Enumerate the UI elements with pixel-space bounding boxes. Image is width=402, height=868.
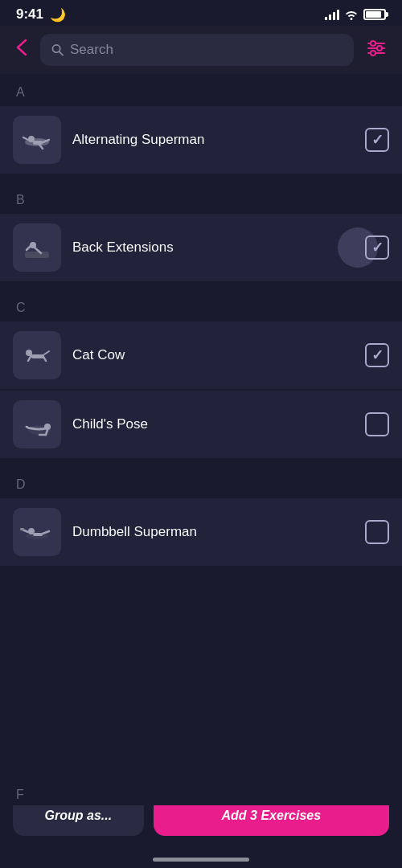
- section-header-f: F: [0, 783, 402, 805]
- exercise-name-cat-cow: Cat Cow: [72, 347, 354, 363]
- exercise-name-alternating-superman: Alternating Superman: [72, 132, 354, 148]
- exercise-item-alternating-superman[interactable]: Alternating Superman ✓: [0, 106, 402, 174]
- exercise-thumbnail-alternating-superman: [13, 116, 61, 164]
- section-header-a: A: [0, 74, 402, 106]
- checkbox-back-extensions[interactable]: ✓: [365, 235, 389, 260]
- back-button[interactable]: [13, 35, 31, 64]
- search-icon: [51, 43, 64, 56]
- svg-line-20: [28, 355, 31, 361]
- header: [0, 26, 402, 74]
- checkbox-childs-pose[interactable]: [365, 412, 389, 436]
- battery-icon: [363, 9, 386, 20]
- svg-line-11: [23, 137, 28, 140]
- section-letter-f: F: [16, 788, 24, 801]
- svg-rect-14: [25, 252, 49, 258]
- exercise-item-dumbbell-superman[interactable]: Dumbbell Superman: [0, 498, 402, 566]
- exercise-name-dumbbell-superman: Dumbbell Superman: [72, 524, 354, 540]
- svg-line-21: [43, 355, 46, 361]
- svg-rect-10: [33, 141, 43, 145]
- wifi-icon: [344, 9, 359, 20]
- svg-line-22: [44, 351, 49, 354]
- svg-line-17: [27, 245, 31, 250]
- section-header-c: C: [0, 289, 402, 321]
- section-letter-b: B: [16, 193, 25, 207]
- exercise-item-back-extensions[interactable]: Back Extensions ✓: [0, 214, 402, 281]
- search-bar[interactable]: [40, 34, 354, 66]
- checkbox-dumbbell-superman[interactable]: [365, 520, 389, 544]
- svg-line-32: [43, 531, 49, 534]
- filter-button[interactable]: [363, 37, 389, 63]
- signal-icon: [325, 9, 339, 20]
- exercise-item-childs-pose[interactable]: Child's Pose: [0, 391, 402, 458]
- section-header-b: B: [0, 182, 402, 214]
- moon-icon: 🌙: [50, 7, 66, 23]
- exercise-item-cat-cow[interactable]: Cat Cow ✓: [0, 321, 402, 389]
- checkmark-alternating-superman: ✓: [371, 131, 384, 149]
- svg-point-6: [377, 46, 382, 51]
- svg-point-5: [371, 41, 375, 46]
- svg-line-1: [59, 51, 63, 55]
- section-header-d: D: [0, 466, 402, 498]
- section-letter-d: D: [16, 477, 26, 491]
- section-letter-a: A: [16, 85, 25, 99]
- checkmark-cat-cow: ✓: [371, 346, 384, 364]
- status-icons: [325, 9, 386, 20]
- checkmark-back-extensions: ✓: [371, 239, 384, 256]
- svg-point-7: [371, 51, 375, 55]
- section-letter-c: C: [16, 301, 26, 314]
- status-bar: 9:41 🌙: [0, 0, 402, 26]
- exercise-name-childs-pose: Child's Pose: [72, 416, 354, 432]
- checkbox-alternating-superman[interactable]: ✓: [365, 128, 389, 152]
- exercise-thumbnail-back-extensions: [13, 223, 61, 272]
- exercise-name-back-extensions: Back Extensions: [72, 240, 354, 256]
- svg-rect-29: [33, 533, 43, 536]
- checkbox-cat-cow[interactable]: ✓: [365, 343, 389, 367]
- exercise-thumbnail-cat-cow: [13, 331, 61, 379]
- exercise-thumbnail-childs-pose: [13, 400, 61, 448]
- search-input[interactable]: [70, 42, 343, 58]
- exercise-thumbnail-dumbbell-superman: [13, 508, 61, 556]
- status-time: 9:41: [16, 6, 43, 23]
- svg-rect-31: [20, 528, 24, 530]
- home-indicator: [153, 858, 249, 862]
